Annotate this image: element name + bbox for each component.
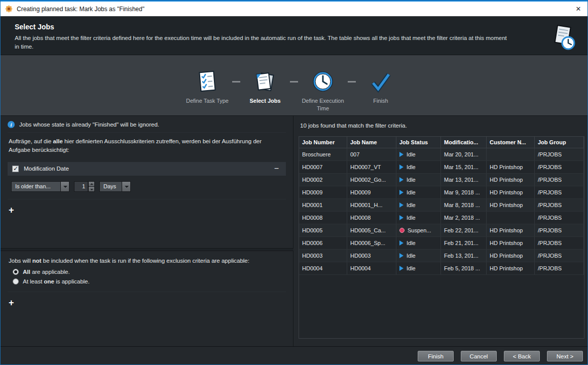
- job-status-icon: [399, 228, 405, 233]
- spinner-up-button[interactable]: [88, 181, 95, 187]
- text-segment: are applicable.: [30, 269, 70, 275]
- radio-option-one[interactable]: At least one is applicable.: [13, 278, 293, 285]
- job-group-cell: /PRJOBS: [535, 174, 584, 186]
- job-group-cell: /PRJOBS: [535, 224, 584, 236]
- close-button[interactable]: ✕: [570, 2, 586, 16]
- modification-date-cell: Mar 13, 201...: [441, 174, 487, 186]
- back-button[interactable]: < Back: [504, 351, 540, 361]
- step-label: Select Jobs: [249, 97, 280, 105]
- job-status-icon: [399, 177, 403, 182]
- table-row[interactable]: HD0007 HD0007_VT Idle Mar 15, 201... HD …: [299, 161, 584, 174]
- job-status-icon: [399, 266, 403, 271]
- criterion-label: Modification Date: [24, 166, 69, 172]
- text-segment-bold: not: [32, 258, 42, 264]
- column-header[interactable]: Job Name: [347, 137, 396, 148]
- planned-task-wizard-dialog: Creating planned task: Mark Jobs as "Fin…: [0, 0, 588, 365]
- operator-dropdown[interactable]: Is older than...: [11, 181, 69, 192]
- ignored-note: Jobs whose state is already "Finished" w…: [19, 121, 159, 128]
- job-status-text: Idle: [407, 161, 416, 173]
- step-finish[interactable]: Finish: [359, 69, 402, 105]
- table-row[interactable]: HD0003 HD0003 Idle Feb 13, 201... HD Pri…: [299, 250, 584, 262]
- job-number-cell: Broschuere: [299, 148, 347, 160]
- step-connector: [290, 81, 298, 83]
- page-title: Select Jobs: [15, 23, 587, 31]
- radio-one-applicable[interactable]: [13, 278, 19, 285]
- table-row[interactable]: Broschuere 007 Idle Mar 20, 201... /PRJO…: [299, 148, 584, 161]
- column-header[interactable]: Job Group: [535, 137, 584, 148]
- job-group-cell: /PRJOBS: [535, 199, 584, 211]
- job-number-cell: HD0009: [299, 186, 347, 198]
- add-exclusion-button[interactable]: +: [9, 298, 18, 307]
- job-status-icon: [399, 215, 403, 220]
- finish-check-icon: [369, 69, 393, 94]
- job-status-icon: [399, 190, 403, 195]
- modification-date-cell: Mar 2, 2018 ...: [441, 212, 487, 224]
- job-status-text: Idle: [407, 199, 416, 211]
- execution-time-icon: [311, 69, 335, 94]
- table-row[interactable]: HD0009 HD0009 Idle Mar 9, 2018 ... HD Pr…: [299, 186, 584, 199]
- job-status-icon: [399, 202, 403, 208]
- customer-cell: [487, 212, 535, 224]
- modification-date-cell: Feb 22, 201...: [441, 224, 487, 236]
- window-title: Creating planned task: Mark Jobs as "Fin…: [17, 6, 144, 13]
- job-status-text: Idle: [407, 186, 416, 198]
- unit-dropdown[interactable]: Days: [99, 181, 131, 192]
- info-row: i Jobs whose state is already "Finished"…: [8, 116, 286, 133]
- chevron-down-icon[interactable]: [122, 182, 130, 191]
- column-header[interactable]: Job Status: [396, 137, 441, 148]
- next-button[interactable]: Next >: [547, 351, 583, 361]
- customer-cell: HD Printshop: [487, 161, 535, 173]
- value-spinner[interactable]: 1: [74, 181, 95, 192]
- job-number-cell: HD0003: [299, 250, 347, 262]
- radio-option-all[interactable]: All are applicable.: [13, 269, 293, 275]
- job-number-cell: HD0006: [299, 237, 347, 249]
- job-name-cell: HD0004: [347, 262, 396, 274]
- exclusion-description: Jobs will not be included when the task …: [9, 258, 285, 264]
- radio-all-applicable[interactable]: [13, 269, 19, 275]
- modification-date-checkbox[interactable]: [12, 166, 19, 172]
- table-row[interactable]: HD0001 HD0001_H... Idle Mar 8, 2018 ... …: [299, 199, 584, 212]
- step-define-execution-time[interactable]: Define Execution Time: [301, 69, 345, 112]
- job-name-cell: HD0007_VT: [347, 161, 396, 173]
- spinner-down-button[interactable]: [88, 187, 95, 192]
- job-number-cell: HD0004: [299, 262, 347, 274]
- include-description: Aufträge, auf die alle hier definierten …: [9, 137, 282, 155]
- table-row[interactable]: HD0004 HD0004 Idle Feb 5, 2018 ... HD Pr…: [299, 262, 584, 275]
- job-group-cell: /PRJOBS: [535, 262, 584, 274]
- job-status-cell: Idle: [396, 174, 441, 186]
- customer-cell: HD Printshop: [487, 224, 535, 236]
- step-define-task-type[interactable]: Define Task Type: [186, 69, 229, 105]
- divider: [8, 292, 286, 292]
- job-status-cell: Idle: [396, 186, 441, 198]
- modification-date-cell: Feb 21, 201...: [441, 237, 487, 249]
- title-bar: Creating planned task: Mark Jobs as "Fin…: [1, 1, 587, 16]
- table-body: Broschuere 007 Idle Mar 20, 201... /PRJO…: [299, 148, 584, 275]
- job-group-cell: /PRJOBS: [535, 148, 584, 160]
- text-segment: is applicable.: [54, 278, 90, 285]
- finish-button[interactable]: Finish: [418, 351, 454, 361]
- column-header[interactable]: Job Number: [299, 137, 347, 148]
- page-description: All the jobs that meet the filter criter…: [15, 34, 511, 51]
- remove-criterion-button[interactable]: −: [272, 165, 281, 173]
- spinner-value[interactable]: 1: [74, 181, 88, 192]
- column-header[interactable]: Modificatio...: [441, 137, 487, 148]
- job-number-cell: HD0005: [299, 224, 347, 236]
- add-criterion-button[interactable]: +: [9, 206, 18, 215]
- table-row[interactable]: HD0006 HD0006_Sp... Idle Feb 21, 201... …: [299, 237, 584, 250]
- table-row[interactable]: HD0008 HD0008 Idle Mar 2, 2018 ... /PRJO…: [299, 212, 584, 224]
- cancel-button[interactable]: Cancel: [461, 351, 497, 361]
- chevron-down-icon[interactable]: [60, 182, 69, 191]
- customer-cell: HD Printshop: [487, 237, 535, 249]
- table-row[interactable]: HD0005 HD0005_Ca... Suspen... Feb 22, 20…: [299, 224, 584, 237]
- job-status-cell: Idle: [396, 250, 441, 262]
- table-row[interactable]: HD0002 HD0002_Go... Idle Mar 13, 201... …: [299, 174, 584, 186]
- job-status-cell: Idle: [396, 212, 441, 224]
- step-select-jobs[interactable]: Select Jobs: [243, 69, 287, 105]
- table-header: Job NumberJob NameJob StatusModificatio.…: [299, 137, 584, 148]
- job-name-cell: HD0001_H...: [347, 199, 396, 211]
- job-status-text: Idle: [407, 262, 416, 274]
- column-header[interactable]: Customer N...: [487, 137, 535, 148]
- modification-date-cell: Mar 8, 2018 ...: [441, 199, 487, 211]
- job-group-cell: /PRJOBS: [535, 161, 584, 173]
- job-status-cell: Idle: [396, 199, 441, 211]
